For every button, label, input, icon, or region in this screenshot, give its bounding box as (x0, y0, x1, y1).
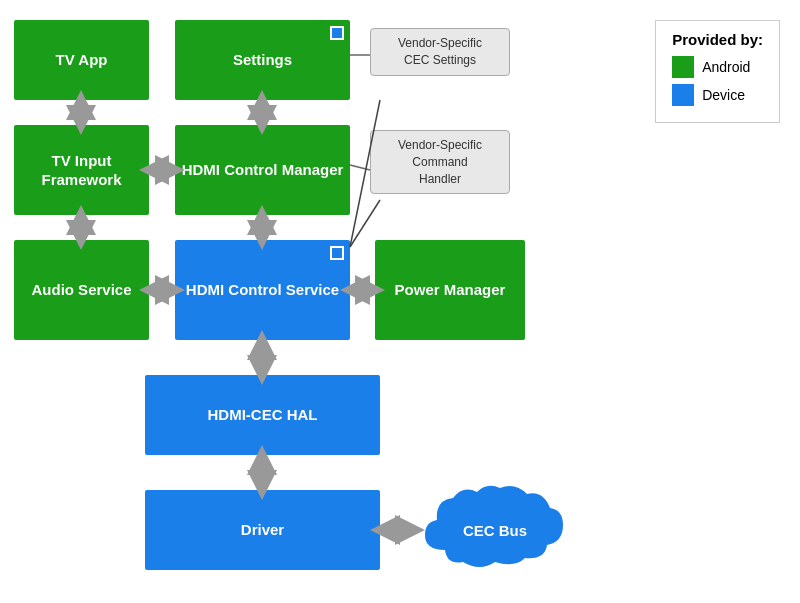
diagram-container: Provided by: Android Device TV App Setti… (0, 0, 800, 603)
legend-android-color (672, 56, 694, 78)
power-manager-block: Power Manager (375, 240, 525, 340)
legend-item-device: Device (672, 84, 763, 106)
svg-line-11 (350, 165, 370, 170)
legend-device-label: Device (702, 87, 745, 103)
hdmi-control-service-block: HDMI Control Service (175, 240, 350, 340)
legend: Provided by: Android Device (655, 20, 780, 123)
legend-android-label: Android (702, 59, 750, 75)
legend-title: Provided by: (672, 31, 763, 48)
callout-cec-settings-text: Vendor-SpecificCEC Settings (398, 36, 482, 67)
hdmi-control-service-indicator (330, 246, 344, 260)
callout-cec-settings: Vendor-SpecificCEC Settings (370, 28, 510, 76)
callout-command-handler-text: Vendor-SpecificCommandHandler (398, 138, 482, 186)
driver-block: Driver (145, 490, 380, 570)
cec-bus-block: CEC Bus (415, 480, 575, 580)
hdmi-control-manager-block: HDMI Control Manager (175, 125, 350, 215)
callout-command-handler: Vendor-SpecificCommandHandler (370, 130, 510, 194)
settings-indicator (330, 26, 344, 40)
settings-block: Settings (175, 20, 350, 100)
audio-service-block: Audio Service (14, 240, 149, 340)
tv-app-block: TV App (14, 20, 149, 100)
cec-bus-label: CEC Bus (463, 522, 527, 539)
legend-item-android: Android (672, 56, 763, 78)
hdmi-cec-hal-block: HDMI-CEC HAL (145, 375, 380, 455)
legend-device-color (672, 84, 694, 106)
tv-input-framework-block: TV Input Framework (14, 125, 149, 215)
